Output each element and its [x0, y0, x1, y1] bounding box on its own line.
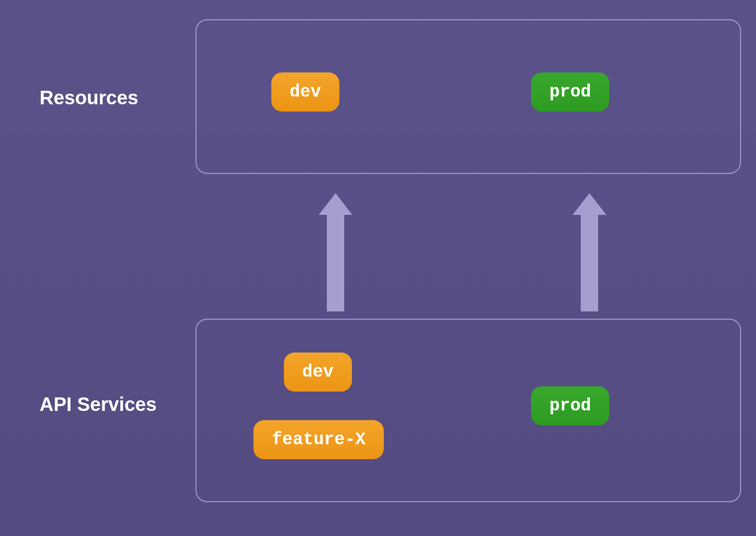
arrow-right-icon: [573, 193, 606, 311]
api-services-featurex-pill: feature-X: [253, 420, 384, 459]
api-services-box: [196, 319, 741, 502]
api-services-label: API Services: [40, 394, 156, 415]
resources-prod-pill: prod: [531, 72, 609, 112]
arrow-left-icon: [319, 193, 352, 311]
resources-label: Resources: [40, 87, 139, 109]
api-services-dev-pill: dev: [284, 353, 352, 392]
api-services-prod-pill: prod: [531, 386, 609, 425]
resources-dev-pill: dev: [271, 72, 339, 112]
